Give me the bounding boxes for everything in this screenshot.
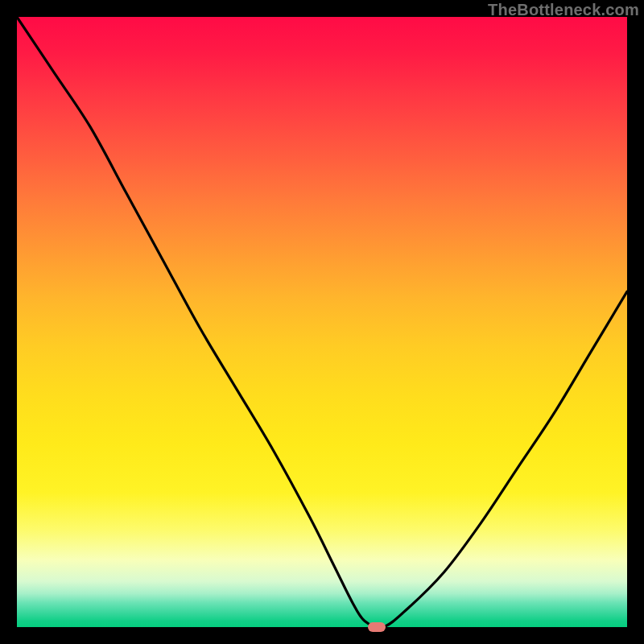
watermark-text: TheBottleneck.com bbox=[488, 1, 639, 19]
bottleneck-curve bbox=[17, 17, 627, 627]
optimal-point-marker bbox=[368, 622, 386, 632]
chart-frame: TheBottleneck.com bbox=[0, 0, 644, 644]
